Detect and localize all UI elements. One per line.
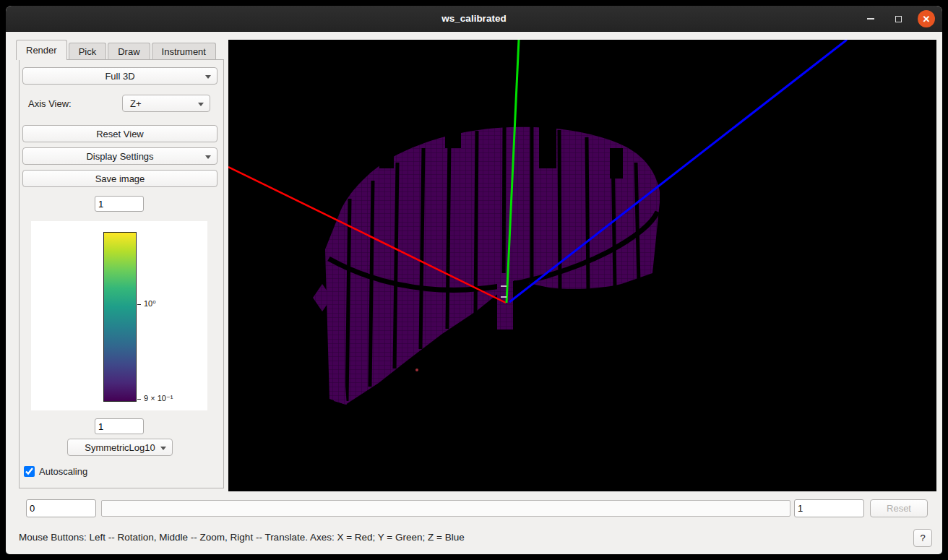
axis-view-value: Z+: [130, 98, 142, 109]
window-title: ws_calibrated: [6, 6, 942, 32]
hot-pixel: [415, 369, 418, 371]
help-button[interactable]: ?: [913, 529, 932, 547]
colorbar-tick-mark: [137, 304, 141, 305]
reset-range-button[interactable]: Reset: [870, 499, 928, 517]
colorbar-tick-mark: [137, 399, 141, 400]
instrument-3d-viewport[interactable]: [228, 40, 936, 491]
maximize-icon: [895, 16, 902, 22]
projection-dropdown-label: Full 3D: [105, 71, 134, 82]
tab-instrument[interactable]: Instrument: [152, 43, 216, 59]
chevron-down-icon: [205, 75, 211, 79]
main-window: ws_calibrated ✕ Render Pick Draw Instrum…: [6, 6, 942, 554]
max-value-input[interactable]: [95, 196, 144, 212]
save-image-button[interactable]: Save image: [22, 170, 217, 187]
chevron-down-icon: [160, 447, 166, 450]
titlebar: ws_calibrated ✕: [6, 6, 942, 32]
axis-view-dropdown[interactable]: Z+: [122, 95, 210, 112]
chevron-down-icon: [205, 155, 211, 159]
colorbar-gradient: [103, 232, 137, 402]
window-content: Render Pick Draw Instrument Full 3D Axis…: [6, 32, 942, 554]
range-slider-track[interactable]: [101, 500, 790, 517]
tab-bar: Render Pick Draw Instrument: [16, 40, 217, 59]
scale-type-dropdown[interactable]: SymmetricLog10: [67, 439, 173, 456]
autoscaling-row: Autoscaling: [24, 466, 87, 477]
window-controls: ✕: [863, 6, 935, 32]
autoscaling-label: Autoscaling: [39, 466, 87, 477]
autoscaling-checkbox[interactable]: [24, 466, 35, 477]
close-button[interactable]: ✕: [918, 10, 935, 27]
tab-draw[interactable]: Draw: [108, 43, 150, 59]
instrument-mesh: [313, 122, 660, 405]
reset-view-button[interactable]: Reset View: [22, 125, 217, 142]
colorbar-tick-upper-label: 10⁰: [144, 299, 156, 309]
tab-pick[interactable]: Pick: [69, 43, 107, 59]
minimize-button[interactable]: [863, 11, 879, 27]
minimize-icon: [867, 18, 874, 20]
instrument-3d-view[interactable]: [228, 40, 936, 491]
colorbar-tick-lower-label: 9 × 10⁻¹: [144, 394, 173, 403]
range-start-input[interactable]: [26, 499, 96, 517]
display-settings-label: Display Settings: [86, 151, 153, 162]
colorbar-panel: 10⁰ 9 × 10⁻¹: [31, 221, 207, 410]
projection-dropdown[interactable]: Full 3D: [22, 67, 217, 85]
chevron-down-icon: [198, 103, 204, 106]
min-value-input[interactable]: [95, 418, 144, 434]
range-end-input[interactable]: [794, 499, 864, 517]
render-pane: Full 3D Axis View: Z+ Reset View Display…: [19, 59, 224, 488]
tab-render[interactable]: Render: [16, 40, 67, 60]
display-settings-dropdown[interactable]: Display Settings: [22, 147, 217, 165]
scale-type-value: SymmetricLog10: [85, 442, 155, 453]
maximize-button[interactable]: [890, 11, 906, 27]
close-icon: ✕: [923, 14, 931, 24]
axis-view-label: Axis View:: [28, 98, 72, 109]
status-text: Mouse Buttons: Left -- Rotation, Middle …: [19, 532, 465, 543]
